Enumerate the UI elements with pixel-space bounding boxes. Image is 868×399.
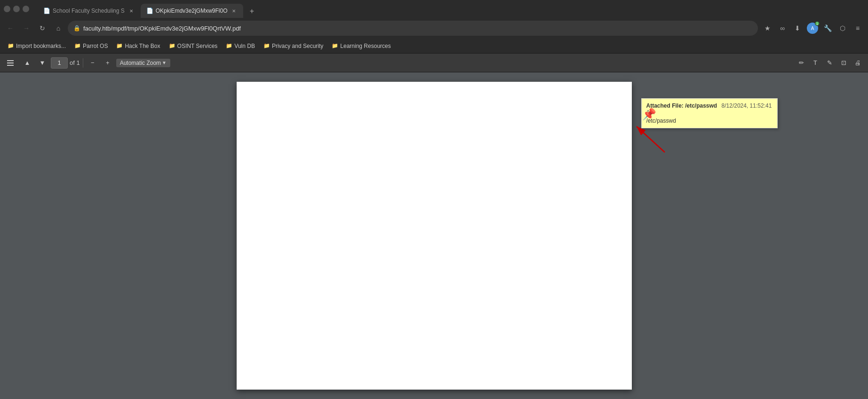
pdf-viewport: 📌 Attached File: /etc/passwd 8/12/2024, … <box>0 72 868 399</box>
extensions-icon[interactable]: ⬡ <box>836 22 849 35</box>
browser-tab-1[interactable]: 📄 School Faculty Scheduling S ✕ <box>38 4 141 18</box>
annotation-header: Attached File: /etc/passwd 8/12/2024, 11… <box>646 102 772 116</box>
pdf-print-button[interactable]: 🖨 <box>851 56 864 70</box>
minimize-button[interactable] <box>13 6 20 12</box>
profile-avatar: A 1 <box>807 23 818 34</box>
osint-icon: 📁 <box>169 43 175 49</box>
download-icon[interactable]: ⬇ <box>791 22 804 35</box>
url-text: faculty.htb/mpdf/tmp/OKpkiEmdv3e2jGMxw9F… <box>83 25 752 32</box>
avatar-letter: A <box>811 26 814 31</box>
window-controls <box>4 6 29 12</box>
bookmark-parrot[interactable]: 📁 Parrot OS <box>71 41 111 51</box>
zoom-label: Automatic Zoom <box>120 60 161 66</box>
tabs-bar: 📄 School Faculty Scheduling S ✕ 📄 OKpkiE… <box>34 0 262 18</box>
parrot-os-icon: 📁 <box>74 43 81 49</box>
back-button[interactable]: ← <box>4 22 17 35</box>
privacy-icon: 📁 <box>263 43 270 49</box>
pdf-zoom-plus-button[interactable]: + <box>101 56 114 70</box>
annotation-popup: Attached File: /etc/passwd 8/12/2024, 11… <box>641 98 778 128</box>
home-button[interactable]: ⌂ <box>52 22 65 35</box>
svg-rect-0 <box>7 60 14 61</box>
toolbar-separator-1 <box>83 58 83 68</box>
browser-tab-2[interactable]: 📄 OKpkiEmdv3e2jGMxw9Fl0O ✕ <box>141 4 244 18</box>
svg-rect-1 <box>7 63 14 63</box>
pdf-next-page-button[interactable]: ▼ <box>36 56 49 70</box>
toolbar-right: ★ ∞ ⬇ A 1 🔧 ⬡ ≡ <box>761 22 864 35</box>
learning-label: Learning Resources <box>340 43 390 49</box>
pdf-pin-icon[interactable]: 📌 <box>642 108 656 121</box>
pdf-page-input[interactable]: 1 <box>51 57 68 69</box>
pdf-zoom-minus-button[interactable]: − <box>86 56 99 70</box>
pdf-draw-button[interactable]: ✎ <box>823 56 836 70</box>
import-bookmarks-icon: 📁 <box>8 43 14 49</box>
pdf-screenshot-button[interactable]: ⊡ <box>837 56 850 70</box>
pdf-annotate-button[interactable]: ✏ <box>795 56 808 70</box>
tab2-title: OKpkiEmdv3e2jGMxw9Fl0O <box>156 8 228 14</box>
tab2-favicon: 📄 <box>146 8 153 14</box>
pdf-text-button[interactable]: T <box>809 56 822 70</box>
parrot-os-label: Parrot OS <box>83 43 108 49</box>
svg-line-4 <box>637 126 665 152</box>
address-bar-row: ← → ↻ ⌂ 🔒 faculty.htb/mpdf/tmp/OKpkiEmdv… <box>0 18 868 39</box>
new-tab-button[interactable]: + <box>245 5 258 18</box>
tab1-title: School Faculty Scheduling S <box>53 8 125 14</box>
tab1-close[interactable]: ✕ <box>127 7 135 15</box>
bookmarks-bar: 📁 Import bookmarks... 📁 Parrot OS 📁 Hack… <box>0 39 868 54</box>
maximize-button[interactable] <box>23 6 29 12</box>
hack-the-box-label: Hack The Box <box>125 43 160 49</box>
menu-icon[interactable]: ≡ <box>851 22 864 35</box>
svg-rect-2 <box>7 65 14 66</box>
zoom-arrow: ▼ <box>162 60 167 65</box>
pdf-toolbar-left: ▲ ▼ 1 of 1 − + Automatic Zoom ▼ <box>4 56 170 70</box>
bookmark-privacy[interactable]: 📁 Privacy and Security <box>260 41 327 51</box>
title-bar: 📄 School Faculty Scheduling S ✕ 📄 OKpkiE… <box>0 0 868 18</box>
bookmark-osint[interactable]: 📁 OSINT Services <box>165 41 222 51</box>
pdf-prev-page-button[interactable]: ▲ <box>21 56 34 70</box>
pdf-right-tools: ✏ T ✎ ⊡ 🖨 <box>795 56 864 70</box>
tab1-favicon: 📄 <box>43 8 50 14</box>
learning-icon: 📁 <box>332 43 338 49</box>
vulndb-label: Vuln DB <box>234 43 255 49</box>
settings-icon[interactable]: 🔧 <box>821 22 834 35</box>
reload-button[interactable]: ↻ <box>36 22 49 35</box>
close-button[interactable] <box>4 6 10 12</box>
osint-label: OSINT Services <box>177 43 218 49</box>
bookmark-import[interactable]: 📁 Import bookmarks... <box>4 41 70 51</box>
pdf-page: 📌 Attached File: /etc/passwd 8/12/2024, … <box>237 82 632 390</box>
import-bookmarks-label: Import bookmarks... <box>16 43 66 49</box>
pdf-page-total: of 1 <box>70 59 80 66</box>
browser-chrome: 📄 School Faculty Scheduling S ✕ 📄 OKpkiE… <box>0 0 868 72</box>
address-bar[interactable]: 🔒 faculty.htb/mpdf/tmp/OKpkiEmdv3e2jGMxw… <box>68 21 758 36</box>
privacy-label: Privacy and Security <box>272 43 323 49</box>
pdf-toolbar: ▲ ▼ 1 of 1 − + Automatic Zoom ▼ ✏ T ✎ ⊡ … <box>0 54 868 72</box>
bookmark-vulndb[interactable]: 📁 Vuln DB <box>222 41 259 51</box>
forward-button[interactable]: → <box>20 22 33 35</box>
hack-the-box-icon: 📁 <box>116 43 123 49</box>
bookmark-learning[interactable]: 📁 Learning Resources <box>328 41 394 51</box>
pdf-zoom-select[interactable]: Automatic Zoom ▼ <box>116 59 170 67</box>
pdf-page-nav: 1 of 1 <box>51 57 80 69</box>
pocket-icon[interactable]: ∞ <box>776 22 789 35</box>
bookmark-star-icon[interactable]: ★ <box>761 22 774 35</box>
annotation-title: Attached File: /etc/passwd <box>646 102 717 109</box>
pdf-sidebar-toggle[interactable] <box>4 56 17 70</box>
lock-icon: 🔒 <box>73 25 80 31</box>
bookmark-htb[interactable]: 📁 Hack The Box <box>112 41 164 51</box>
tab2-close[interactable]: ✕ <box>230 7 238 15</box>
account-icon[interactable]: A 1 <box>806 22 819 35</box>
vulndb-icon: 📁 <box>226 43 232 49</box>
annotation-body: /etc/passwd <box>646 117 772 124</box>
profile-badge: 1 <box>815 21 820 26</box>
